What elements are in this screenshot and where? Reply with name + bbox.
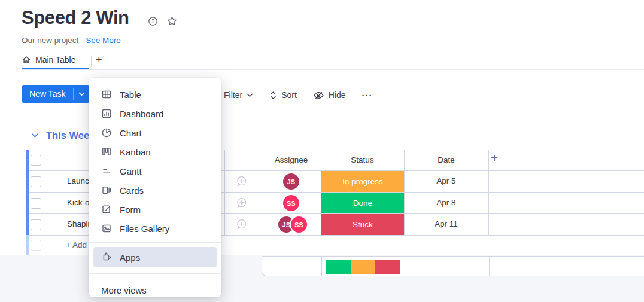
column-summary-row xyxy=(262,256,644,276)
date-cell[interactable]: Apr 11 xyxy=(404,213,488,235)
table-border xyxy=(488,150,489,235)
menu-item-gantt[interactable]: Gantt xyxy=(89,161,221,181)
status-bar-segment-done xyxy=(326,260,351,274)
column-header-date[interactable]: Date xyxy=(404,154,488,166)
menu-item-files-gallery[interactable]: Files Gallery xyxy=(89,219,221,238)
add-row-checkbox xyxy=(31,240,41,251)
status-bar-segment-in-progress xyxy=(351,260,375,274)
menu-item-label: Form xyxy=(120,205,141,215)
status-cell[interactable]: Stuck xyxy=(321,214,404,235)
sort-icon xyxy=(269,90,277,100)
menu-item-label: Apps xyxy=(120,252,140,263)
gantt-icon xyxy=(101,166,112,176)
add-view-dropdown-menu: Table Dashboard Chart Kanban Gantt xyxy=(89,78,221,297)
date-cell[interactable]: Apr 5 xyxy=(404,170,488,192)
task-name[interactable]: Kick-o xyxy=(67,192,90,213)
dashboard-icon xyxy=(101,108,112,119)
task-name[interactable]: Launc xyxy=(67,170,89,192)
menu-item-table[interactable]: Table xyxy=(89,85,221,104)
board-subtitle: Our new project xyxy=(22,36,78,45)
group-color-strip xyxy=(26,150,29,235)
tabbar-divider-line xyxy=(22,69,644,70)
group-color-strip-light xyxy=(26,235,29,255)
filter-button[interactable]: Filter xyxy=(224,90,253,100)
date-cell[interactable]: Apr 8 xyxy=(404,192,488,213)
avatar[interactable]: JS xyxy=(283,173,299,190)
menu-item-label: Chart xyxy=(120,128,142,138)
status-distribution-bar[interactable] xyxy=(326,260,400,274)
tab-separator xyxy=(91,56,92,67)
board-title[interactable]: Speed 2 Win xyxy=(22,7,129,29)
menu-item-label: Gantt xyxy=(120,166,142,176)
table-icon xyxy=(101,89,112,100)
sort-button[interactable]: Sort xyxy=(269,90,297,100)
see-more-link[interactable]: See More xyxy=(86,36,121,45)
menu-item-cards[interactable]: Cards xyxy=(89,181,221,200)
column-header-status[interactable]: Status xyxy=(321,154,404,166)
menu-item-label: Cards xyxy=(120,185,144,196)
tab-main-table-label: Main Table xyxy=(35,55,75,65)
star-icon[interactable] xyxy=(166,16,178,27)
menu-item-label: Kanban xyxy=(120,147,151,157)
cards-icon xyxy=(101,185,112,196)
status-cell[interactable]: In progress xyxy=(321,171,404,192)
status-bar-segment-stuck xyxy=(375,260,400,274)
avatar[interactable]: SS xyxy=(291,216,307,233)
info-icon[interactable] xyxy=(148,16,158,26)
chevron-down-icon xyxy=(247,93,253,97)
add-view-tab-button[interactable]: + xyxy=(96,54,102,66)
select-all-checkbox[interactable] xyxy=(31,155,41,166)
form-icon xyxy=(101,204,112,215)
menu-item-more-views[interactable]: More views xyxy=(89,278,221,297)
add-update-icon[interactable] xyxy=(235,175,248,188)
board-page: Speed 2 Win Our new project See More Mai… xyxy=(0,0,644,302)
avatar[interactable]: SS xyxy=(283,195,299,211)
row-checkbox[interactable] xyxy=(31,219,41,230)
add-update-icon[interactable] xyxy=(235,218,248,231)
column-header-assignee[interactable]: Assignee xyxy=(262,154,321,166)
table-border xyxy=(65,150,65,255)
hide-button[interactable]: Hide xyxy=(313,90,346,101)
add-column-button[interactable]: + xyxy=(491,151,498,165)
menu-item-label: Files Gallery xyxy=(120,224,169,234)
apps-icon xyxy=(101,252,112,263)
menu-item-form[interactable]: Form xyxy=(89,200,221,219)
menu-item-apps[interactable]: Apps xyxy=(93,247,217,267)
status-cell[interactable]: Done xyxy=(321,193,404,213)
tab-main-table[interactable]: Main Table xyxy=(22,55,75,65)
filter-label: Filter xyxy=(224,90,242,100)
chart-icon xyxy=(101,127,112,138)
group-collapse-chevron-icon[interactable] xyxy=(31,133,39,138)
row-checkbox[interactable] xyxy=(31,198,41,209)
home-icon xyxy=(22,55,31,65)
eye-off-icon xyxy=(313,90,324,101)
row-checkbox[interactable] xyxy=(31,176,41,187)
menu-item-label: Dashboard xyxy=(120,109,163,119)
menu-item-chart[interactable]: Chart xyxy=(89,123,221,142)
menu-item-kanban[interactable]: Kanban xyxy=(89,142,221,161)
board-toolbar: Filter Sort Hide ··· xyxy=(224,86,373,104)
new-task-label: New Task xyxy=(22,85,73,103)
menu-item-label: Table xyxy=(120,90,141,100)
menu-divider xyxy=(89,242,221,243)
menu-item-dashboard[interactable]: Dashboard xyxy=(89,104,221,123)
new-task-dropdown-button[interactable] xyxy=(74,85,90,103)
new-task-button[interactable]: New Task xyxy=(22,85,90,103)
group-title[interactable]: This Wee xyxy=(46,130,89,141)
table-border xyxy=(224,150,225,235)
files-gallery-icon xyxy=(101,223,112,234)
add-task-row[interactable]: + Add t xyxy=(66,235,91,255)
hide-label: Hide xyxy=(329,90,346,100)
add-update-icon[interactable] xyxy=(235,197,248,209)
kanban-icon xyxy=(101,147,112,157)
sort-label: Sort xyxy=(281,90,297,100)
menu-divider xyxy=(89,273,221,274)
more-options-button[interactable]: ··· xyxy=(362,90,373,100)
